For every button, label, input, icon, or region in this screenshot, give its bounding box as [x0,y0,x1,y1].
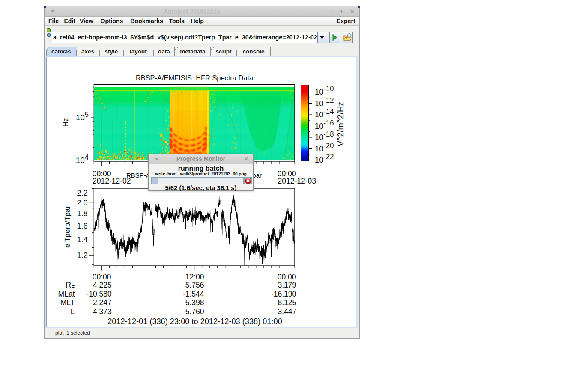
svg-text:2012-12-02: 2012-12-02 [93,177,131,185]
svg-text:L: L [71,307,75,316]
svg-text:-16.190: -16.190 [271,290,297,298]
svg-text:4.373: 4.373 [93,307,112,316]
svg-text:2.247: 2.247 [93,298,112,307]
svg-text:1.2: 1.2 [77,251,87,260]
svg-text:canvas: canvas [51,48,71,55]
svg-text:00:00: 00:00 [278,273,296,281]
svg-text:3.179: 3.179 [278,281,297,289]
svg-text:8.125: 8.125 [278,298,297,307]
svg-text:3.447: 3.447 [278,307,297,316]
svg-text:1.8: 1.8 [77,209,87,218]
svg-text:console: console [242,48,265,55]
svg-text:2.0: 2.0 [77,199,87,207]
svg-text:2012-12-01 (336) 23:00 to 2012: 2012-12-01 (336) 23:00 to 2012-12-03 (33… [107,317,282,326]
svg-text:data: data [158,48,170,55]
svg-text:-10.580: -10.580 [86,290,112,298]
svg-text:5.756: 5.756 [185,281,204,289]
svg-text:metadata: metadata [180,48,206,55]
svg-text:1.6: 1.6 [77,222,87,230]
svg-text:MLT: MLT [60,298,75,307]
svg-text:00:00: 00:00 [93,273,111,281]
svg-text:-1.544: -1.544 [183,290,204,298]
svg-text:12:00: 12:00 [185,273,204,281]
svg-text:2.2: 2.2 [77,189,87,197]
svg-text:MLat: MLat [58,290,75,298]
svg-text:script: script [216,48,232,55]
svg-text:5.398: 5.398 [185,298,204,307]
svg-text:e Tperp/Tpar: e Tperp/Tpar [63,206,72,248]
svg-text:axes: axes [81,48,94,55]
svg-text:style: style [105,48,118,55]
svg-text:layout: layout [130,48,147,55]
svg-text:5.760: 5.760 [185,307,204,316]
svg-text:4.225: 4.225 [93,281,112,289]
svg-text:RBSP-A/EMFISIS HFR Spectra Da: RBSP-A/EMFISIS HFR Spectra Data [136,74,254,82]
svg-text:V^2/m^2/Hz: V^2/m^2/Hz [336,102,345,146]
svg-text:Hz: Hz [62,118,70,127]
svg-text:1.4: 1.4 [77,235,87,244]
svg-text:2012-12-03: 2012-12-03 [278,177,316,185]
